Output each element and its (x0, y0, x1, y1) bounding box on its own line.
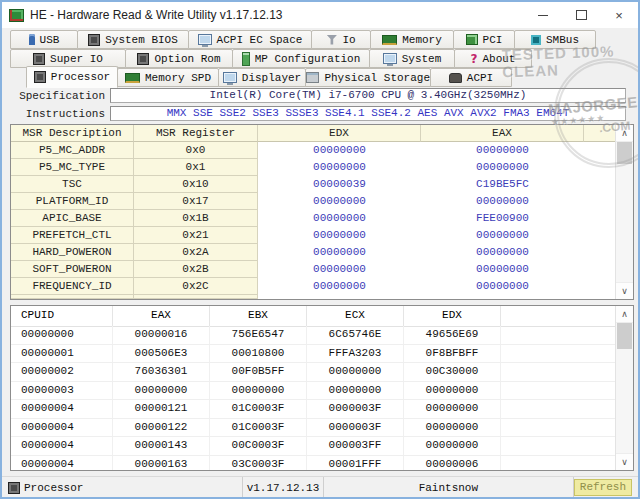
cpuid-header-cpuid[interactable]: CPUID (11, 306, 113, 326)
cpuid-header-edx[interactable]: EDX (404, 306, 501, 326)
cpuid-header-ebx[interactable]: EBX (210, 306, 307, 326)
msr-register-cell: 0x21 (134, 227, 258, 244)
refresh-button[interactable]: Refresh (574, 479, 632, 496)
specification-field[interactable]: Intel(R) Core(TM) i7-6700 CPU @ 3.40GHz(… (110, 88, 626, 103)
tab-displayer[interactable]: Displayer (218, 68, 306, 87)
cpuid-header-ecx[interactable]: ECX (307, 306, 404, 326)
msr-eax-cell (421, 295, 584, 299)
cpuid-table-row[interactable]: 000000040000016303C0003F00001FFF00000006 (11, 456, 616, 471)
ebx-cell: 01C0003F (210, 419, 307, 437)
cpuid-table-row[interactable]: 000000040000012201C0003F0000003F00000000 (11, 419, 616, 438)
tab-system[interactable]: System (369, 49, 455, 68)
ecx-cell: 00000000 (307, 363, 404, 381)
cpuid-header-eax[interactable]: EAX (113, 306, 210, 326)
tab-processor[interactable]: Processor (26, 66, 118, 88)
msr-table-row[interactable]: HARD_POWERON0x2A0000000000000000 (11, 244, 616, 261)
msr-table-row[interactable]: PREFETCH_CTL0x210000000000000000 (11, 227, 616, 244)
msr-register-cell: 0x2A (134, 244, 258, 261)
scroll-down-icon[interactable]: ∨ (616, 282, 633, 299)
cpuid-cell: 00000000 (11, 326, 113, 344)
minimize-button[interactable] (524, 2, 562, 28)
cpuid-table-body: 0000000000000016756E65476C65746E49656E69… (11, 326, 616, 470)
eax-cell: 76036301 (113, 363, 210, 381)
status-version: v1.17.12.13 (247, 482, 320, 494)
monitor-icon (198, 34, 212, 45)
row-filler (501, 326, 616, 344)
tab-about[interactable]: About (454, 49, 532, 68)
msr-edx-cell: 00000000 (258, 142, 421, 159)
msr-table-row[interactable] (11, 295, 616, 299)
eax-cell: 00000000 (113, 382, 210, 400)
scroll-down-icon[interactable]: ∨ (616, 453, 633, 470)
edx-cell: 00000000 (404, 382, 501, 400)
msr-register-cell: 0x2C (134, 278, 258, 295)
tab-memory[interactable]: Memory (370, 30, 454, 49)
tab-usb[interactable]: USB (10, 30, 78, 49)
msr-header-edx[interactable]: EDX (258, 125, 421, 142)
cpuid-header-filler (501, 306, 633, 326)
row-filler (501, 400, 616, 418)
cpuid-table-row[interactable]: 000000040000012101C0003F0000003F00000000 (11, 400, 616, 419)
tab-acpi-ec-space[interactable]: ACPI EC Space (188, 30, 312, 49)
eax-cell: 00000121 (113, 400, 210, 418)
tab-physical-storage[interactable]: Physical Storage (305, 68, 431, 87)
cpuid-scrollbar[interactable]: ∧ ∨ (615, 306, 633, 470)
msr-table-row[interactable]: SOFT_POWERON0x2B0000000000000000 (11, 261, 616, 278)
tab-memory-spd[interactable]: Memory SPD (117, 68, 219, 87)
tab-system-bios[interactable]: System BIOS (77, 30, 189, 49)
cpuid-cell: 00000004 (11, 437, 113, 455)
row-filler (501, 419, 616, 437)
cpuid-table-header: CPUID EAX EBX ECX EDX (11, 306, 633, 327)
tab-pci[interactable]: PCI (453, 30, 515, 49)
row-filler (501, 437, 616, 455)
cpuid-table-row[interactable]: 0000000000000016756E65476C65746E49656E69 (11, 326, 616, 345)
msr-eax-cell: FEE00900 (421, 210, 584, 227)
msr-header-eax[interactable]: EAX (421, 125, 584, 142)
msr-table-row[interactable]: TSC0x1000000039C19BE5FC (11, 176, 616, 193)
close-button[interactable]: × (600, 2, 638, 28)
cpuid-scrollbar-thumb[interactable] (617, 323, 632, 349)
msr-table-row[interactable]: PLATFORM_ID0x170000000000000000 (11, 193, 616, 210)
window-title: HE - Hardware Read & Write Utility v1.17… (30, 8, 283, 22)
tab-smbus[interactable]: SMBus (514, 30, 596, 49)
edx-cell: 00C30000 (404, 363, 501, 381)
msr-header-description[interactable]: MSR Description (11, 125, 134, 142)
tab-mp-configuration[interactable]: MP Configuration (232, 49, 370, 68)
msr-table-header: MSR Description MSR Register EDX EAX (11, 125, 633, 142)
msr-table-row[interactable]: APIC_BASE0x1B00000000FEE00900 (11, 210, 616, 227)
cpuid-table-row[interactable]: 000000027603630100F0B5FF0000000000C30000 (11, 363, 616, 382)
cpuid-table-row[interactable]: 00000001000506E300010800FFFA32030F8BFBFF (11, 345, 616, 364)
cpuid-table-row[interactable]: 0000000300000000000000000000000000000000 (11, 382, 616, 401)
cpuid-table-row[interactable]: 000000040000014300C0003F000003FF00000000 (11, 437, 616, 456)
ram-icon (382, 35, 397, 45)
ecx-cell: 00000000 (307, 382, 404, 400)
msr-scrollbar-thumb[interactable] (617, 142, 632, 164)
msr-header-register[interactable]: MSR Register (134, 125, 258, 142)
msr-table-row[interactable]: FREQUENCY_ID0x2C0000000000000000 (11, 278, 616, 295)
msr-table-row[interactable]: P5_MC_ADDR0x00000000000000000 (11, 142, 616, 159)
question-icon (471, 52, 478, 66)
msr-edx-cell (258, 295, 421, 299)
scroll-up-icon[interactable]: ∧ (616, 306, 633, 323)
cpuid-cell: 00000004 (11, 400, 113, 418)
msr-table-row[interactable]: P5_MC_TYPE0x10000000000000000 (11, 159, 616, 176)
scroll-up-icon[interactable]: ∧ (616, 125, 633, 142)
maximize-button[interactable] (562, 2, 600, 28)
eax-cell: 00000122 (113, 419, 210, 437)
tab-acpi[interactable]: ACPI (430, 68, 512, 87)
tab-row-1: USB System BIOS ACPI EC Space Io Memory … (10, 30, 595, 49)
ecx-cell: 000003FF (307, 437, 404, 455)
instructions-field[interactable]: MMX SSE SSE2 SSE3 SSSE3 SSE4.1 SSE4.2 AE… (110, 106, 626, 121)
monitor-icon (383, 53, 397, 64)
row-filler (501, 345, 616, 363)
msr-table-body: P5_MC_ADDR0x00000000000000000P5_MC_TYPE0… (11, 142, 616, 299)
msr-register-cell (134, 295, 258, 299)
edx-cell: 00000000 (404, 400, 501, 418)
eax-cell: 00000016 (113, 326, 210, 344)
ebx-cell: 01C0003F (210, 400, 307, 418)
tab-io[interactable]: Io (311, 30, 371, 49)
msr-register-cell: 0x17 (134, 193, 258, 210)
tab-option-rom[interactable]: Option Rom (125, 49, 233, 68)
msr-scrollbar[interactable]: ∧ ∨ (615, 125, 633, 299)
app-window: HE - Hardware Read & Write Utility v1.17… (0, 0, 640, 499)
